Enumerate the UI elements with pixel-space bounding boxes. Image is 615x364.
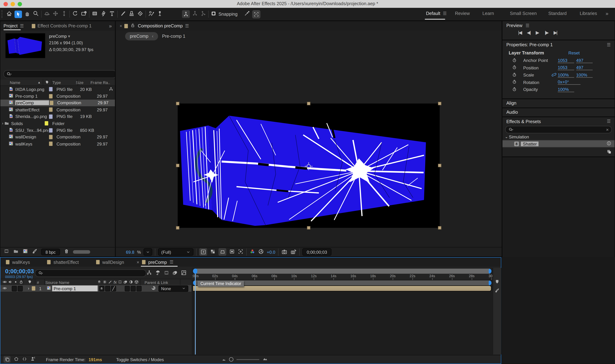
timeline-panel-menu-icon[interactable]: ☰ xyxy=(170,260,173,264)
link-scale-icon[interactable] xyxy=(551,72,558,78)
align-panel-title[interactable]: Align xyxy=(506,99,516,107)
pen-tool[interactable] xyxy=(100,10,107,18)
effects-group-simulation[interactable]: Simulation xyxy=(509,134,529,139)
comp-flowchart-button[interactable] xyxy=(4,356,11,363)
trash-icon[interactable] xyxy=(63,248,69,256)
workspace-tab-standard[interactable]: Standard xyxy=(548,11,567,16)
show-snapshot-icon[interactable] xyxy=(290,248,297,256)
grid-guides-options-icon[interactable] xyxy=(229,248,235,255)
snap-to-features-icon[interactable] xyxy=(244,10,250,18)
layer-shy-toggle[interactable] xyxy=(99,286,104,291)
roto-brush-tool[interactable] xyxy=(148,10,155,18)
current-time-indicator-head[interactable] xyxy=(193,269,197,274)
info-icon[interactable] xyxy=(606,140,612,147)
reset-link[interactable]: Reset xyxy=(568,51,580,55)
zoom-level-value[interactable]: 69.8 xyxy=(126,250,134,254)
toggle-switches-modes-button[interactable]: Toggle Switches / Modes xyxy=(116,357,164,362)
project-tabs-overflow-icon[interactable]: » xyxy=(109,23,112,29)
audio-panel-title[interactable]: Audio xyxy=(506,108,518,116)
new-composition-icon[interactable] xyxy=(22,248,28,256)
timeline-tab-close-icon[interactable]: × xyxy=(137,260,139,264)
previous-frame-button[interactable]: ◀| xyxy=(527,30,530,35)
project-table-header[interactable]: Name ▲ Type Size Frame Ra.. xyxy=(0,79,115,86)
exposure-value[interactable]: +0.0 xyxy=(267,250,275,254)
layer-source-name[interactable]: Pre-comp 1 xyxy=(52,286,98,291)
parent-pick-whip-icon[interactable] xyxy=(151,285,156,292)
comp-button-quill-icon[interactable] xyxy=(495,287,500,295)
workspace-tab-review[interactable]: Review xyxy=(455,11,470,16)
composition-viewport[interactable] xyxy=(116,42,502,247)
clone-stamp-tool[interactable] xyxy=(128,10,135,18)
layer-quality-toggle[interactable]: ╱ xyxy=(111,286,116,291)
source-name-column-header[interactable]: Source Name xyxy=(45,280,69,285)
layer-collapse-toggle[interactable] xyxy=(105,286,110,291)
effect-name[interactable]: Shatter xyxy=(521,142,539,146)
position-y-value[interactable]: 497 xyxy=(576,65,593,70)
rotate-tool[interactable] xyxy=(72,10,78,18)
anchor-x-value[interactable]: 1053 xyxy=(558,58,574,63)
composition-tab-close-icon[interactable]: × xyxy=(119,24,122,28)
project-row-ixda-logo[interactable]: IXDA Logo.png PNG file 20 KB xyxy=(0,86,115,93)
hand-tool[interactable] xyxy=(24,10,30,18)
zoom-dropdown[interactable] xyxy=(144,248,152,256)
workspace-tab-learn[interactable]: Learn xyxy=(483,11,494,16)
layer-transform-section[interactable]: Layer Transform xyxy=(509,51,544,55)
layer-audio-toggle[interactable] xyxy=(12,286,17,291)
project-quill-icon[interactable] xyxy=(32,248,38,256)
show-channel-icon[interactable] xyxy=(249,248,255,255)
workspace-menu-icon[interactable]: ☰ xyxy=(443,11,447,16)
workspace-tab-default[interactable]: Default xyxy=(426,11,440,16)
view-axis-mode[interactable] xyxy=(199,9,207,19)
world-axis-mode[interactable] xyxy=(192,10,198,18)
opacity-value[interactable]: 100% xyxy=(558,87,574,92)
composition-mini-flowchart-icon[interactable] xyxy=(146,270,152,277)
effects-presets-title[interactable]: Effects & Presets xyxy=(506,119,541,124)
take-snapshot-icon[interactable] xyxy=(281,248,288,256)
layer-motion-blur-toggle[interactable] xyxy=(131,286,136,291)
new-folder-icon[interactable] xyxy=(13,248,19,256)
graph-editor-icon[interactable] xyxy=(181,270,187,277)
composition-panel-menu-icon[interactable]: ☰ xyxy=(185,24,189,28)
project-row-walldesign[interactable]: wallDesign Composition 29.97 xyxy=(0,134,115,140)
timeline-tab-shattereffect[interactable]: shatterEffect xyxy=(53,260,79,264)
timeline-zoom-slider-knob[interactable] xyxy=(229,357,233,362)
timeline-current-timecode[interactable]: 0;00;00;03 xyxy=(5,268,34,274)
stopwatch-icon[interactable] xyxy=(512,87,517,92)
project-row-sheridan-logo[interactable]: Sherida...go.png PNG file 19 KB xyxy=(0,113,115,120)
timeline-tab-wallkeys[interactable]: wallKeys xyxy=(12,260,30,264)
zoom-out-mountain-icon[interactable] xyxy=(222,356,226,363)
parent-link-dropdown[interactable]: None xyxy=(158,285,188,291)
rotation-value[interactable]: 0x+0° xyxy=(558,80,580,85)
frame-blending-icon[interactable] xyxy=(164,270,170,277)
view-layout-icon[interactable] xyxy=(238,248,244,255)
layer-row-pre-comp-1[interactable]: › 1 Pre-comp 1 ╱ None xyxy=(0,285,191,292)
breadcrumb-parent[interactable]: Pre-comp 1 xyxy=(162,34,185,39)
drag-to-new-panel-icon[interactable] xyxy=(606,149,612,156)
workspace-tab-small-screen[interactable]: Small Screen xyxy=(510,11,537,16)
mask-visibility-status-icon[interactable] xyxy=(14,356,19,363)
pan-camera-tool[interactable] xyxy=(52,10,59,18)
zoom-in-mountain-icon[interactable] xyxy=(262,356,268,363)
dolly-camera-tool[interactable] xyxy=(61,10,67,18)
timeline-search-input[interactable] xyxy=(35,269,146,277)
selected-item-name[interactable]: preComp ▾ xyxy=(49,33,93,40)
shy-layers-status-icon[interactable] xyxy=(30,356,36,363)
clear-search-icon[interactable]: × xyxy=(606,127,609,132)
tab-composition-precomp[interactable]: Composition preComp xyxy=(138,24,183,28)
bpc-button[interactable]: 8 bpc xyxy=(41,248,60,255)
layer-frame-blend-toggle[interactable] xyxy=(125,286,130,291)
stopwatch-icon[interactable] xyxy=(512,79,517,85)
zoom-tool[interactable] xyxy=(33,10,39,18)
home-icon[interactable] xyxy=(6,10,13,18)
project-row-pre-comp-1[interactable]: Pre-comp 1 Composition 29.97 xyxy=(0,93,115,99)
snapping-checkbox[interactable] xyxy=(211,10,217,18)
selection-tool[interactable] xyxy=(14,10,22,18)
rectangle-tool[interactable] xyxy=(92,10,98,18)
type-tool[interactable] xyxy=(109,10,115,18)
simulation-caret-icon[interactable]: ⌄ xyxy=(505,135,508,139)
layer-threed-toggle[interactable] xyxy=(136,286,142,291)
breadcrumb-current-button[interactable]: preComp‹ xyxy=(125,32,158,40)
layer-label-chip[interactable] xyxy=(32,286,35,290)
preview-panel-menu-icon[interactable]: ☰ xyxy=(525,23,529,27)
in-out-columns-icon[interactable] xyxy=(22,356,27,363)
